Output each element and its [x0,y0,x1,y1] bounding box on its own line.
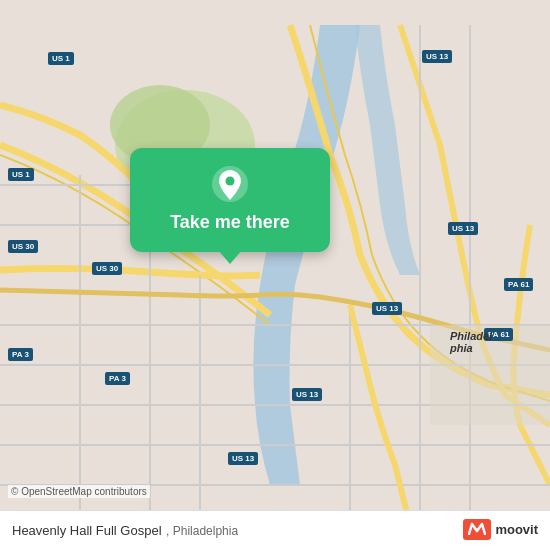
bottom-bar: Heavenly Hall Full Gospel , Philadelphia… [0,510,550,550]
cta-card[interactable]: Take me there [130,148,330,252]
map-attribution: © OpenStreetMap contributors [8,485,150,498]
moovit-logo-icon [463,519,491,540]
map-container: US 1 US 1 US 30 US 30 PA 3 PA 3 US 13 US… [0,0,550,550]
location-pin-icon [210,164,250,204]
place-city: , Philadelphia [166,524,238,538]
svg-point-18 [226,177,235,186]
place-name: Heavenly Hall Full Gospel [12,523,162,538]
svg-rect-16 [430,325,550,425]
moovit-logo: moovit [463,519,538,540]
moovit-logo-text: moovit [495,522,538,537]
place-info: Heavenly Hall Full Gospel , Philadelphia [12,521,238,539]
cta-label: Take me there [170,212,290,234]
